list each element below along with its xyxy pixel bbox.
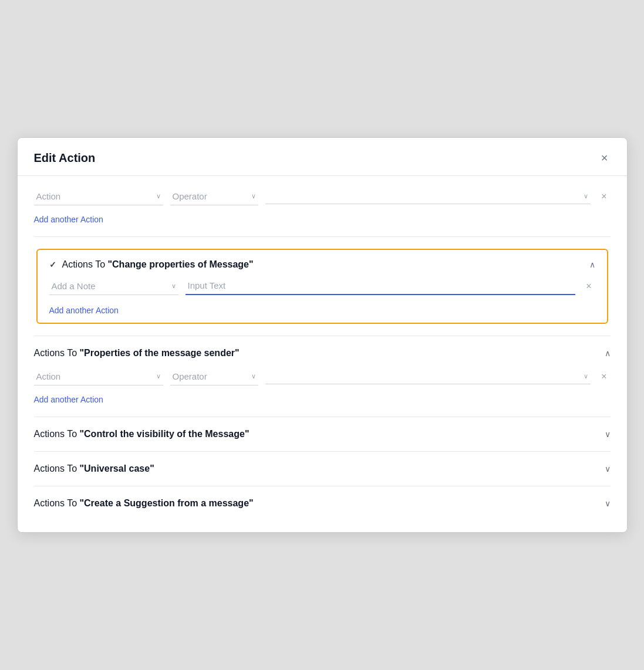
change-properties-row-remove-button[interactable]: × — [582, 279, 595, 294]
change-properties-header: ✓ Actions To "Change properties of Messa… — [49, 259, 595, 270]
message-sender-value-chevron-icon: ∨ — [584, 373, 588, 380]
top-add-another-button[interactable]: Add another Action — [34, 215, 103, 224]
message-sender-title: Actions To "Properties of the message se… — [34, 348, 240, 358]
message-sender-operator-chevron-icon: ∨ — [251, 373, 256, 380]
message-sender-action-placeholder: Action — [36, 371, 61, 381]
top-operator-select[interactable]: Operator ∨ — [170, 188, 258, 205]
input-text-field[interactable] — [186, 277, 576, 295]
top-value-chevron-icon: ∨ — [584, 192, 588, 200]
message-sender-add-another-button[interactable]: Add another Action — [34, 395, 103, 404]
message-sender-action-select[interactable]: Action ∨ — [34, 368, 163, 385]
add-note-label: Add a Note — [52, 281, 96, 291]
top-operator-placeholder: Operator — [173, 191, 207, 201]
top-action-section: Action ∨ Operator ∨ ∨ × Add another Acti… — [18, 176, 627, 236]
modal-header: Edit Action × — [18, 138, 627, 176]
visibility-header: Actions To "Control the visibility of th… — [34, 429, 611, 439]
top-action-select[interactable]: Action ∨ — [34, 188, 163, 205]
message-sender-section: Actions To "Properties of the message se… — [18, 336, 627, 417]
message-sender-action-row: Action ∨ Operator ∨ ∨ × — [34, 368, 611, 385]
suggestion-expand-button[interactable]: ∨ — [605, 499, 611, 508]
change-properties-header-left: ✓ Actions To "Change properties of Messa… — [49, 259, 254, 270]
suggestion-section: Actions To "Create a Suggestion from a m… — [18, 486, 627, 520]
change-properties-title: Actions To "Change properties of Message… — [62, 259, 254, 270]
edit-action-modal: Edit Action × Action ∨ Operator ∨ ∨ × — [17, 137, 628, 533]
universal-case-header: Actions To "Universal case" ∨ — [34, 463, 611, 474]
visibility-expand-button[interactable]: ∨ — [605, 429, 611, 439]
message-sender-value-select[interactable]: ∨ — [265, 369, 591, 384]
top-action-row: Action ∨ Operator ∨ ∨ × — [34, 188, 611, 205]
message-sender-operator-select[interactable]: Operator ∨ — [170, 368, 258, 385]
visibility-title: Actions To "Control the visibility of th… — [34, 429, 249, 439]
top-value-select[interactable]: ∨ — [265, 189, 591, 204]
add-note-chevron-icon: ∨ — [171, 282, 176, 290]
universal-case-title: Actions To "Universal case" — [34, 463, 154, 474]
universal-case-section: Actions To "Universal case" ∨ — [18, 452, 627, 486]
top-operator-chevron-icon: ∨ — [251, 192, 256, 200]
universal-case-expand-button[interactable]: ∨ — [605, 464, 611, 473]
top-action-chevron-icon: ∨ — [156, 192, 161, 200]
change-properties-add-another-button[interactable]: Add another Action — [49, 306, 119, 315]
visibility-section: Actions To "Control the visibility of th… — [18, 417, 627, 451]
check-icon: ✓ — [49, 260, 56, 269]
top-row-remove-button[interactable]: × — [598, 189, 610, 204]
message-sender-collapse-button[interactable]: ∧ — [605, 348, 611, 358]
highlighted-section-wrapper: ✓ Actions To "Change properties of Messa… — [18, 237, 627, 336]
add-note-select[interactable]: Add a Note ∨ — [49, 278, 178, 295]
message-sender-header: Actions To "Properties of the message se… — [34, 348, 611, 358]
suggestion-header: Actions To "Create a Suggestion from a m… — [34, 498, 611, 509]
change-properties-action-row: Add a Note ∨ × — [49, 277, 595, 295]
modal-close-button[interactable]: × — [599, 150, 611, 166]
message-sender-action-chevron-icon: ∨ — [156, 373, 161, 380]
top-action-placeholder: Action — [36, 191, 61, 201]
change-properties-collapse-button[interactable]: ∧ — [589, 260, 595, 269]
message-sender-row-remove-button[interactable]: × — [598, 369, 610, 384]
message-sender-operator-placeholder: Operator — [173, 371, 207, 381]
suggestion-title: Actions To "Create a Suggestion from a m… — [34, 498, 254, 509]
change-properties-section: ✓ Actions To "Change properties of Messa… — [36, 249, 608, 324]
modal-title: Edit Action — [34, 151, 96, 165]
modal-body: Action ∨ Operator ∨ ∨ × Add another Acti… — [18, 176, 627, 532]
